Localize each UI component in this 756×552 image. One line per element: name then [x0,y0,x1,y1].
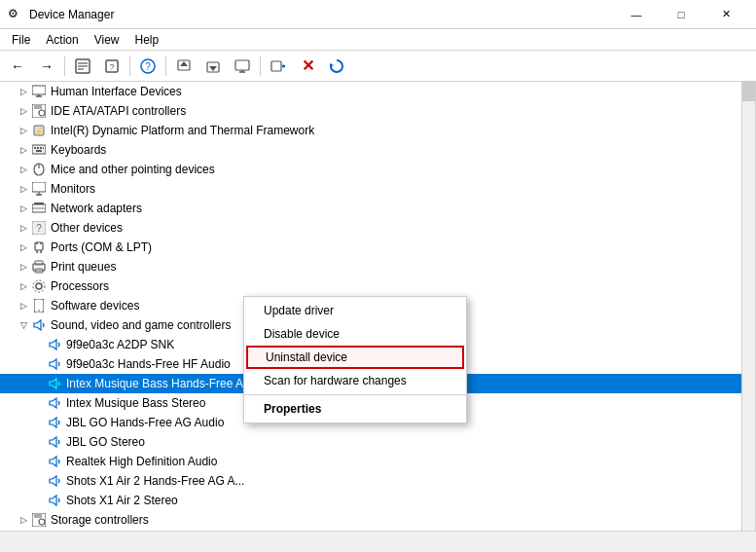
scan-hardware-button[interactable]: ? [98,53,126,80]
tree-item-label-9: Ports (COM & LPT) [51,240,152,254]
tree-item-icon-13 [31,317,47,333]
tree-item-label-23: Storage controllers [51,513,149,527]
svg-rect-19 [32,86,46,94]
tree-expander-6[interactable]: ▷ [16,184,31,194]
tree-item-19[interactable]: JBL GO Stereo [0,432,755,452]
svg-rect-28 [34,147,36,149]
tree-item-1[interactable]: ▷Human Interface Devices [0,82,755,101]
uninstall-button[interactable]: ✕ [294,53,321,80]
tree-item-8[interactable]: ▷?Other devices [0,218,755,238]
tree-expander-23[interactable]: ▷ [16,515,31,525]
add-device-button[interactable] [265,53,292,80]
svg-rect-29 [37,147,39,149]
back-button[interactable]: ← [4,53,31,80]
update-driver-button[interactable] [170,53,198,80]
tree-expander-1[interactable]: ▷ [16,87,31,96]
context-update-driver[interactable]: Update driver [244,299,466,322]
properties-button[interactable] [69,53,96,80]
tree-item-icon-22 [47,493,62,508]
tree-item-label-8: Other devices [51,221,123,235]
tree-item-6[interactable]: ▷Monitors [0,179,755,199]
tree-item-label-7: Network adapters [51,202,142,215]
tree-expander-12[interactable]: ▷ [16,301,31,311]
context-scan-changes[interactable]: Scan for hardware changes [244,369,466,392]
tree-item-3[interactable]: ▷⚡Intel(R) Dynamic Platform and Thermal … [0,121,755,140]
rollback-button[interactable] [199,53,227,80]
tree-item-10[interactable]: ▷Print queues [0,257,755,276]
context-disable-device[interactable]: Disable device [244,322,466,346]
context-uninstall-device[interactable]: Uninstall device [246,346,464,369]
svg-marker-58 [50,379,56,388]
tree-item-icon-18 [47,415,62,430]
tree-item-icon-16 [47,376,62,391]
menu-action[interactable]: Action [38,31,86,49]
tree-item-label-11: Processors [51,279,109,293]
menu-bar: File Action View Help [0,29,756,51]
tree-expander-8[interactable]: ▷ [16,223,31,233]
minimize-button[interactable]: — [614,0,659,29]
tree-item-icon-3: ⚡ [31,123,47,138]
tree-item-9[interactable]: ▷Ports (COM & LPT) [0,238,755,257]
main-area: ▷Human Interface Devices▷IDE ATA/ATAPI c… [0,82,756,531]
tree-item-label-20: Realtek High Definition Audio [66,455,217,468]
tree-expander-3[interactable]: ▷ [16,126,31,135]
tree-item-21[interactable]: Shots X1 Air 2 Hands-Free AG A... [0,471,755,491]
device-tree[interactable]: ▷Human Interface Devices▷IDE ATA/ATAPI c… [0,82,756,531]
tree-item-label-10: Print queues [51,260,116,274]
forward-button[interactable]: → [33,53,60,80]
tree-expander-11[interactable]: ▷ [16,281,31,291]
tree-expander-13[interactable]: ▽ [16,320,31,330]
tree-item-label-18: JBL GO Hands-Free AG Audio [66,416,224,429]
menu-help[interactable]: Help [127,31,167,49]
tree-item-23[interactable]: ▷Storage controllers [0,510,755,530]
window-controls: — □ ✕ [614,0,748,29]
tree-item-7[interactable]: ▷Network adapters [0,199,755,218]
window-title: Device Manager [29,8,114,21]
svg-marker-64 [50,496,56,505]
maximize-button[interactable]: □ [659,0,703,29]
svg-rect-32 [36,150,42,152]
scan-changes-button[interactable] [323,53,350,80]
title-bar: ⚙ Device Manager — □ ✕ [0,0,756,29]
tree-item-icon-10 [31,259,47,275]
close-button[interactable]: ✕ [703,0,748,29]
tree-item-icon-6 [31,181,47,197]
tree-item-4[interactable]: ▷Keyboards [0,140,755,160]
tree-item-icon-15 [47,356,62,372]
tree-item-icon-1 [31,84,47,99]
tree-expander-5[interactable]: ▷ [16,165,31,174]
tree-item-label-2: IDE ATA/ATAPI controllers [51,104,186,118]
menu-view[interactable]: View [87,31,127,49]
help-button[interactable]: ? [134,53,162,80]
tree-item-icon-19 [47,434,62,450]
tree-expander-2[interactable]: ▷ [16,106,31,116]
status-bar [0,531,756,552]
svg-marker-11 [209,66,217,71]
menu-file[interactable]: File [4,31,38,49]
tree-expander-4[interactable]: ▷ [16,145,31,155]
tree-item-icon-4 [31,142,47,158]
tree-expander-7[interactable]: ▷ [16,203,31,213]
tree-item-label-5: Mice and other pointing devices [51,163,215,176]
svg-rect-35 [32,182,46,192]
tree-item-20[interactable]: Realtek High Definition Audio [0,452,755,471]
tree-item-icon-7 [31,201,47,216]
tree-expander-10[interactable]: ▷ [16,262,31,272]
scrollbar[interactable] [741,82,755,531]
svg-marker-56 [50,340,56,350]
scrollbar-thumb[interactable] [742,82,756,101]
tree-item-24[interactable]: ▷System devices [0,530,755,531]
tree-item-icon-17 [47,395,62,411]
tree-item-22[interactable]: Shots X1 Air 2 Stereo [0,491,755,510]
title-bar-left: ⚙ Device Manager [8,7,114,22]
tree-item-11[interactable]: ▷Processors [0,276,755,296]
tree-item-2[interactable]: ▷IDE ATA/ATAPI controllers [0,101,755,121]
tree-item-icon-9 [31,239,47,255]
computer-button[interactable] [229,53,256,80]
context-properties[interactable]: Properties [244,397,466,421]
tree-item-5[interactable]: ▷Mice and other pointing devices [0,160,755,179]
toolbar-separator-2 [129,56,130,76]
tree-item-label-17: Intex Musique Bass Stereo [66,396,205,410]
tree-expander-9[interactable]: ▷ [16,242,31,252]
svg-rect-40 [34,202,44,204]
